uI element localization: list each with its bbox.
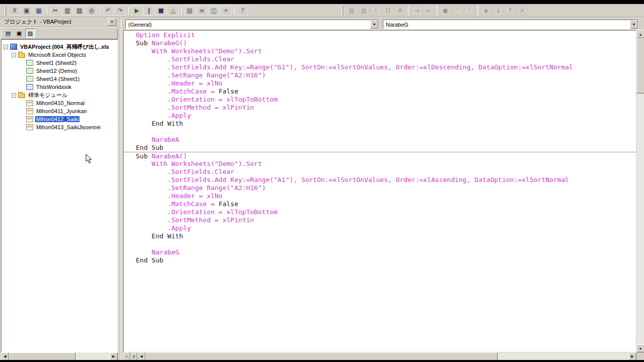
scroll-right-icon: ▶	[631, 354, 633, 358]
tree-item-sheet14[interactable]: Sheet14 (Sheet1)	[2, 75, 117, 83]
code-line: .SortFields.Add Key:=Range("G1"), SortOn…	[136, 63, 636, 71]
sheet-icon	[26, 60, 33, 66]
toolbox-icon: +	[223, 8, 228, 14]
list-constants-button: ▥	[358, 6, 369, 16]
scroll-left-button[interactable]: ◀	[1, 352, 9, 360]
help-button[interactable]: ?	[237, 6, 248, 16]
code-line: .SetRange Range("A2:H16")	[136, 71, 636, 79]
code-line: End With	[136, 120, 636, 128]
insert-userform-icon: ▣	[24, 8, 29, 14]
tree-item-sheet12-demo[interactable]: Sheet12 (Demo)	[2, 67, 117, 75]
expander-minus-icon[interactable]: -	[4, 45, 8, 49]
code-token: .Apply	[136, 112, 191, 119]
hscroll-track[interactable]	[498, 352, 628, 360]
quick-info-button: i	[370, 6, 381, 16]
scroll-left-button[interactable]: ◀	[137, 352, 145, 360]
tree-item-thisworkbook[interactable]: ThisWorkbook	[2, 83, 117, 91]
view-code-icon: ▤	[6, 30, 11, 37]
undo-icon: ↶	[106, 8, 111, 14]
hscroll-thumb[interactable]	[9, 352, 75, 360]
cut-icon: ✂	[53, 8, 58, 14]
module-icon	[26, 116, 33, 122]
scroll-down-button[interactable]: ▼	[636, 344, 644, 352]
dropdown-button[interactable]: ▼	[630, 20, 638, 29]
parameter-info-icon: ()	[385, 8, 390, 14]
scroll-right-button[interactable]: ▶	[110, 352, 118, 360]
tree-item-label: Sheet12 (Demo)	[35, 68, 78, 74]
run-button[interactable]: ▶	[131, 6, 142, 16]
project-explorer-button[interactable]: ▤	[184, 6, 195, 16]
toolbar-drag-handle[interactable]	[5, 6, 6, 15]
scroll-up-button[interactable]: ▲	[636, 30, 644, 38]
code-line: End With	[136, 232, 636, 240]
code-token: NarabeA()	[151, 152, 187, 160]
standard-toolbar: X▣▦✂▥▧◎↶↷▶∥■△▤≡◫+?	[9, 6, 249, 16]
paste-button[interactable]: ▧	[74, 6, 85, 16]
project-tree-hscrollbar[interactable]: ◀ ▶	[1, 352, 118, 360]
view-object-button[interactable]: ▣	[14, 29, 24, 38]
object-dropdown[interactable]: (General) ▼	[125, 20, 379, 29]
tree-item-mihon0411-jyunkan[interactable]: Mihon0411_Jyunkan	[2, 107, 117, 115]
expander-minus-icon[interactable]: -	[12, 53, 16, 57]
insert-userform-button[interactable]: ▣	[21, 6, 32, 16]
hscroll-thumb[interactable]	[145, 352, 498, 360]
toolbar-separator	[181, 6, 182, 15]
close-button[interactable]: ×	[108, 18, 116, 26]
code-token: .Header = xlNo	[136, 79, 222, 87]
vba-editor-window: X▣▦✂▥▧◎↶↷▶∥■△▤≡◫+? ▤▥i()A→←●''◈↓↑× プロジェク…	[0, 0, 644, 362]
full-module-view-button[interactable]: ≡	[130, 352, 137, 360]
object-browser-button[interactable]: ◫	[208, 6, 219, 16]
toolbox-button[interactable]: +	[220, 6, 231, 16]
reset-button[interactable]: ■	[155, 6, 167, 16]
code-vscrollbar[interactable]: ▲ ▼	[636, 30, 644, 352]
code-editor[interactable]: Option ExplicitSub NarabeG() With Worksh…	[124, 31, 636, 352]
redo-button[interactable]: ↷	[115, 6, 126, 16]
toolbar-separator	[47, 6, 47, 15]
dropdown-button[interactable]: ▼	[370, 20, 378, 29]
project-explorer-titlebar[interactable]: プロジェクト - VBAProject ×	[1, 17, 118, 27]
reset-icon: ■	[158, 8, 164, 14]
vscroll-thumb[interactable]	[636, 38, 644, 94]
break-button[interactable]: ∥	[143, 6, 154, 16]
cut-button[interactable]: ✂	[50, 6, 61, 16]
scroll-right-button[interactable]: ▶	[628, 352, 636, 360]
procedure-view-button[interactable]: −	[123, 352, 130, 360]
tree-item-folder-standard-modules[interactable]: -標準モジュール	[2, 91, 117, 99]
code-token: .MatchCase =	[136, 87, 218, 95]
procedure-dropdown[interactable]: NarabeG ▼	[383, 20, 638, 29]
code-hscrollbar[interactable]: − ≡ ◀ ▶	[123, 352, 636, 360]
hscroll-track[interactable]	[75, 352, 110, 360]
tree-item-mihon0410-normal[interactable]: Mihon0410_Normal	[2, 99, 117, 107]
tree-item-label: Microsoft Excel Objects	[27, 52, 87, 58]
find-icon: ◎	[89, 8, 94, 14]
save-button[interactable]: ▦	[33, 6, 44, 16]
tree-item-folder-excel-objects[interactable]: -Microsoft Excel Objects	[2, 51, 117, 59]
copy-button[interactable]: ▥	[62, 6, 73, 16]
code-token: End Sub	[136, 256, 164, 264]
toggle-folders-button[interactable]: ▨	[25, 29, 35, 38]
toolbar-drag-handle[interactable]	[342, 6, 343, 15]
properties-window-icon: ≡	[199, 8, 204, 14]
undo-button[interactable]: ↶	[103, 6, 114, 16]
tree-item-vbaproject-root[interactable]: -VBAProject (004_再帰呼び出し.xls	[2, 43, 117, 51]
view-microsoft-excel-button[interactable]: X	[9, 6, 20, 16]
code-line: NarabeA	[136, 136, 636, 144]
list-properties-icon: ▤	[349, 8, 354, 14]
tree-item-sheet1[interactable]: Sheet1 (Sheet2)	[2, 59, 117, 67]
uncomment-block-icon: '	[468, 8, 470, 14]
tree-item-mihon0412-saiki[interactable]: Mihon0412_Saiki	[2, 115, 117, 123]
procedure-view-icon: −	[126, 354, 128, 359]
view-code-button[interactable]: ▤	[3, 29, 13, 38]
expander-minus-icon[interactable]: -	[12, 93, 16, 98]
tree-item-label: Sheet1 (Sheet2)	[35, 60, 77, 66]
toolbar-separator	[234, 6, 234, 15]
properties-window-button[interactable]: ≡	[196, 6, 207, 16]
previous-bookmark-button: ↑	[505, 6, 516, 16]
find-button[interactable]: ◎	[86, 6, 97, 16]
clear-bookmarks-button: ×	[517, 6, 528, 16]
code-line: End Sub	[136, 256, 636, 264]
scroll-right-icon: ▶	[112, 354, 115, 358]
tree-item-mihon0413-saikijissenrei[interactable]: Mihon0413_SaikiJissenrei	[2, 123, 117, 131]
tree-item-label: VBAProject (004_再帰呼び出し.xls	[19, 43, 110, 51]
design-mode-button[interactable]: △	[168, 6, 179, 16]
